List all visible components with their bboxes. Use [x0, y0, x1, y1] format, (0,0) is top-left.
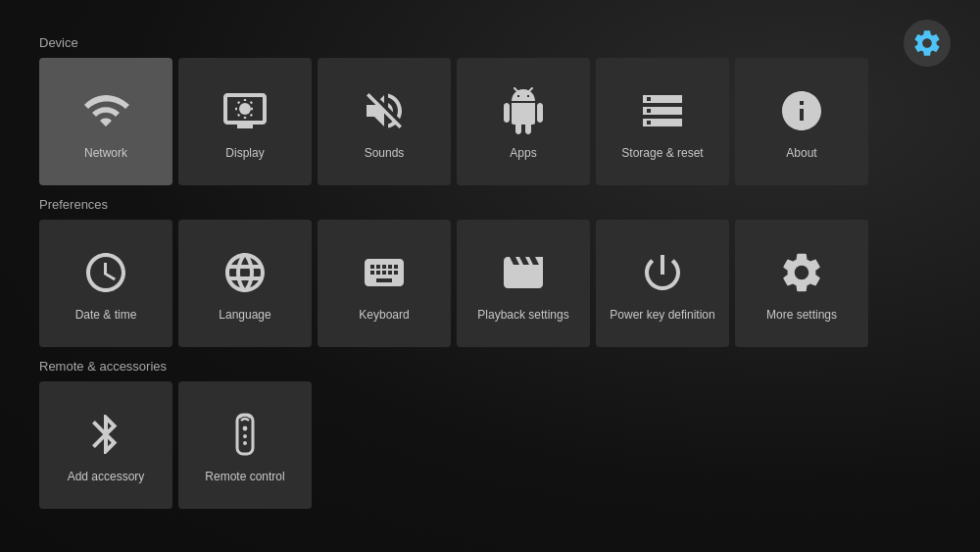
tile-network[interactable]: Network	[39, 58, 172, 185]
wifi-icon	[82, 87, 129, 134]
remote-tiles-row: Add accessory Remote control	[39, 381, 941, 509]
tile-bluetooth[interactable]: Add accessory	[39, 381, 172, 509]
network-label: Network	[84, 146, 127, 160]
datetime-label: Date & time	[75, 308, 137, 322]
apps-label: Apps	[510, 146, 536, 160]
device-section-label: Device	[39, 35, 941, 50]
gear-icon	[911, 27, 943, 59]
remote-icon	[221, 411, 269, 458]
tile-keyboard[interactable]: Keyboard	[318, 220, 451, 347]
tile-remote[interactable]: Remote control	[178, 381, 312, 509]
tile-playback[interactable]: Playback settings	[457, 220, 590, 347]
tile-sounds[interactable]: Sounds	[318, 58, 451, 185]
sounds-icon-wrap	[357, 83, 412, 138]
storage-icon-wrap	[635, 83, 690, 138]
moresettings-label: More settings	[766, 308, 837, 322]
tile-about[interactable]: About	[735, 58, 868, 185]
sounds-label: Sounds	[365, 146, 405, 160]
bluetooth-icon-wrap	[78, 407, 133, 462]
svg-point-2	[243, 427, 248, 431]
network-icon-wrap	[78, 83, 133, 138]
keyboard-label: Keyboard	[359, 308, 409, 322]
apps-icon	[500, 87, 547, 134]
preferences-tiles-row: Date & time Language Keyboard	[39, 220, 941, 347]
clock-icon	[82, 249, 129, 296]
remote-icon-wrap	[218, 407, 272, 462]
info-icon	[778, 87, 825, 134]
powerkey-label: Power key definition	[610, 308, 714, 322]
keyboard-icon	[361, 249, 408, 296]
tile-language[interactable]: Language	[178, 220, 312, 347]
settings-gear-button[interactable]	[904, 20, 951, 67]
mute-icon	[361, 87, 408, 134]
svg-point-4	[243, 441, 247, 445]
playback-icon-wrap	[496, 245, 551, 300]
remote-section-label: Remote & accessories	[39, 359, 941, 374]
tile-apps[interactable]: Apps	[457, 58, 590, 185]
device-tiles-row: Network Display Sounds	[39, 58, 941, 185]
about-label: About	[786, 146, 816, 160]
language-icon-wrap	[218, 245, 272, 300]
moresettings-icon-wrap	[774, 245, 829, 300]
playback-label: Playback settings	[477, 308, 568, 322]
film-icon	[500, 249, 547, 296]
main-container: Device Network Display	[0, 0, 980, 528]
svg-point-0	[239, 103, 251, 115]
display-label: Display	[225, 146, 264, 160]
tile-display[interactable]: Display	[178, 58, 312, 185]
power-icon	[639, 249, 686, 296]
svg-point-3	[243, 434, 247, 438]
tile-storage[interactable]: Storage & reset	[596, 58, 729, 185]
apps-icon-wrap	[496, 83, 551, 138]
bluetooth-label: Add accessory	[68, 470, 145, 483]
globe-icon	[221, 249, 269, 296]
datetime-icon-wrap	[78, 245, 133, 300]
gear2-icon	[778, 249, 825, 296]
keyboard-icon-wrap	[357, 245, 412, 300]
display-icon	[221, 87, 269, 134]
language-label: Language	[219, 308, 270, 322]
tile-powerkey[interactable]: Power key definition	[596, 220, 729, 347]
tile-datetime[interactable]: Date & time	[39, 220, 172, 347]
bluetooth-icon	[82, 411, 129, 458]
tile-moresettings[interactable]: More settings	[735, 220, 868, 347]
about-icon-wrap	[774, 83, 829, 138]
display-icon-wrap	[218, 83, 272, 138]
storage-icon	[639, 87, 686, 134]
powerkey-icon-wrap	[635, 245, 690, 300]
storage-label: Storage & reset	[621, 146, 703, 160]
preferences-section-label: Preferences	[39, 197, 941, 212]
remote-label: Remote control	[205, 470, 284, 483]
